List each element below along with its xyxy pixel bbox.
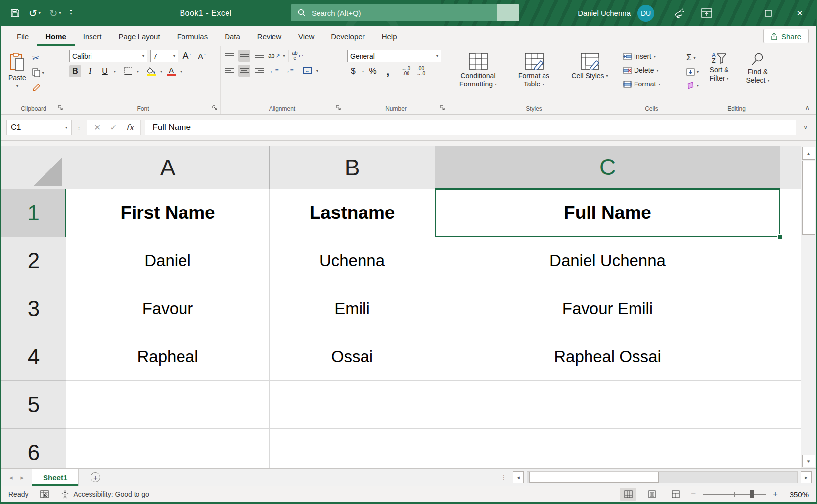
clipboard-dialog-launcher[interactable]	[58, 103, 63, 112]
expand-formula-bar-icon[interactable]: ∨	[800, 124, 811, 131]
cell-a1[interactable]: First Name	[66, 189, 270, 237]
page-layout-view-button[interactable]	[643, 488, 660, 501]
insert-function-button[interactable]: fx	[126, 123, 134, 132]
conditional-formatting-button[interactable]: Conditional Formatting ▾	[451, 50, 505, 102]
tab-home[interactable]: Home	[37, 26, 75, 46]
orientation-chevron-icon[interactable]: ▾	[283, 54, 285, 58]
page-break-preview-button[interactable]	[667, 488, 684, 501]
align-top-button[interactable]	[224, 50, 235, 62]
merge-center-button[interactable]: ↔	[301, 65, 313, 77]
column-header-b[interactable]: B	[270, 146, 435, 189]
underline-button[interactable]: U	[99, 65, 111, 77]
cell-a2[interactable]: Daniel	[66, 237, 270, 285]
cell-c6[interactable]	[435, 429, 780, 468]
row-header-4[interactable]: 4	[1, 333, 66, 381]
cell-b4[interactable]: Ossai	[270, 333, 435, 381]
underline-chevron-icon[interactable]: ▾	[114, 69, 116, 74]
currency-button[interactable]: $	[347, 65, 359, 77]
copy-button[interactable]: ▾	[32, 67, 44, 79]
horizontal-scroll-thumb[interactable]	[529, 472, 659, 483]
normal-view-button[interactable]	[620, 488, 636, 501]
zoom-slider-thumb[interactable]	[750, 490, 754, 498]
zoom-level[interactable]: 350%	[785, 490, 809, 499]
cell-b3[interactable]: Emili	[270, 285, 435, 333]
copy-chevron-icon[interactable]: ▾	[42, 71, 44, 75]
row-header-2[interactable]: 2	[1, 237, 66, 285]
decrease-indent-button[interactable]: ←≡	[268, 65, 280, 77]
clear-button[interactable]: ▾	[686, 80, 699, 91]
paste-chevron-icon[interactable]: ▾	[16, 84, 18, 88]
row-header-3[interactable]: 3	[1, 285, 66, 333]
cell-c4[interactable]: Rapheal Ossai	[435, 333, 780, 381]
format-cells-button[interactable]: Format▾	[623, 78, 680, 90]
borders-button[interactable]	[122, 65, 134, 77]
italic-button[interactable]: I	[84, 65, 96, 77]
column-header-partial[interactable]	[780, 146, 801, 189]
tab-insert[interactable]: Insert	[75, 26, 110, 46]
row-header-6[interactable]: 6	[1, 429, 66, 468]
find-select-button[interactable]: Find & Select ▾	[739, 50, 776, 102]
number-format-combo[interactable]: General▾	[347, 50, 441, 62]
name-box-chevron-icon[interactable]: ▾	[65, 126, 67, 130]
fill-button[interactable]: ▾	[686, 66, 699, 78]
cell-styles-button[interactable]: Cell Styles ▾	[563, 50, 617, 102]
scroll-left-icon[interactable]: ◂	[513, 471, 524, 483]
tab-view[interactable]: View	[290, 26, 322, 46]
delete-cells-button[interactable]: Delete▾	[623, 64, 680, 77]
cell-c3[interactable]: Favour Emili	[435, 285, 780, 333]
row-header-1[interactable]: 1	[1, 189, 66, 237]
formula-bar-splitter[interactable]: ⋮	[76, 124, 83, 131]
cell-a3[interactable]: Favour	[66, 285, 270, 333]
cell-b6[interactable]	[270, 429, 435, 468]
orientation-button[interactable]: ab↗	[268, 50, 280, 62]
share-button[interactable]: Share	[763, 29, 809, 43]
paste-button[interactable]: Paste ▾	[4, 50, 30, 102]
fill-color-button[interactable]	[145, 65, 157, 77]
undo-button[interactable]: ↺▾	[29, 7, 41, 19]
formula-input[interactable]: Full Name	[145, 120, 796, 135]
cell-b5[interactable]	[270, 381, 435, 429]
cell-c2[interactable]: Daniel Uchenna	[435, 237, 780, 285]
row-header-5[interactable]: 5	[1, 381, 66, 429]
align-middle-button[interactable]	[238, 50, 250, 62]
comma-button[interactable]: ,	[382, 65, 394, 77]
wrap-text-button[interactable]: ab c↩	[292, 50, 304, 62]
cell-partial[interactable]	[780, 285, 801, 333]
feedback-button[interactable]	[665, 0, 693, 26]
align-right-button[interactable]	[253, 65, 265, 77]
decrease-font-size-button[interactable]: Aˇ	[196, 50, 208, 62]
insert-cells-button[interactable]: Insert▾	[623, 50, 680, 63]
zoom-out-button[interactable]: −	[691, 489, 696, 499]
align-center-button[interactable]	[238, 65, 250, 77]
horizontal-scrollbar[interactable]: ⋮ ◂ ▸	[501, 469, 816, 486]
vertical-scrollbar[interactable]: ▴ ▾	[801, 146, 816, 468]
confirm-entry-icon[interactable]: ✓	[110, 123, 117, 133]
cell-partial[interactable]	[780, 381, 801, 429]
maximize-button[interactable]	[752, 0, 784, 26]
save-button[interactable]	[10, 8, 20, 18]
tab-help[interactable]: Help	[373, 26, 406, 46]
tab-data[interactable]: Data	[216, 26, 249, 46]
sheet-nav-left-icon[interactable]: ◂	[9, 474, 13, 481]
cell-b2[interactable]: Uchenna	[270, 237, 435, 285]
account-info[interactable]: Daniel Uchenna DU	[578, 5, 654, 22]
scroll-down-icon[interactable]: ▾	[802, 455, 815, 467]
macro-record-button[interactable]	[40, 490, 49, 498]
cut-button[interactable]: ✂	[32, 52, 44, 64]
bold-button[interactable]: B	[69, 65, 81, 77]
ribbon-display-options-button[interactable]	[693, 0, 721, 26]
tab-file[interactable]: File	[8, 26, 37, 46]
font-name-combo[interactable]: Calibri▾	[69, 50, 147, 62]
tab-splitter-handle[interactable]: ⋮	[501, 474, 508, 481]
cell-partial[interactable]	[780, 189, 801, 237]
cell-c5[interactable]	[435, 381, 780, 429]
sort-filter-button[interactable]: AZ Sort & Filter ▾	[701, 50, 737, 102]
undo-chevron-icon[interactable]: ▾	[39, 11, 41, 15]
redo-button[interactable]: ↻▾	[49, 7, 61, 19]
font-dialog-launcher[interactable]	[212, 103, 217, 112]
sheet-nav-right-icon[interactable]: ▸	[21, 474, 24, 481]
name-box[interactable]: C1 ▾	[6, 120, 72, 135]
cell-a5[interactable]	[66, 381, 270, 429]
number-dialog-launcher[interactable]	[440, 103, 445, 112]
column-header-a[interactable]: A	[66, 146, 270, 189]
